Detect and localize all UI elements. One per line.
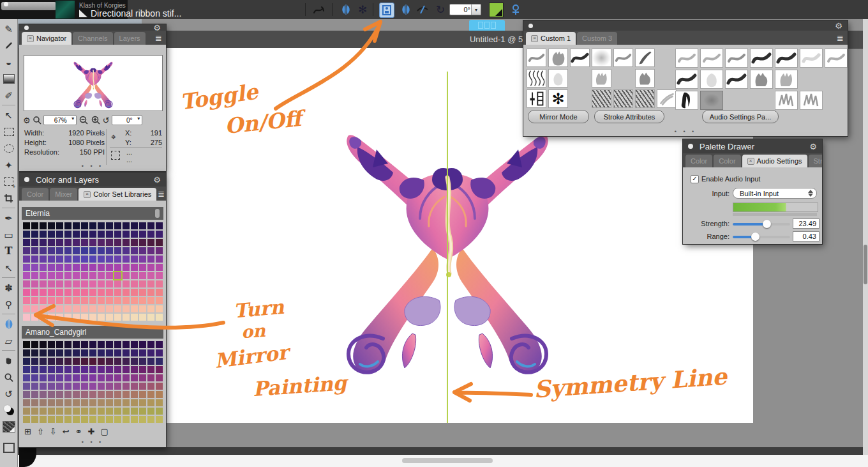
close-icon[interactable]: × bbox=[84, 191, 91, 198]
color-swatch[interactable] bbox=[89, 416, 96, 423]
stepper-icon[interactable] bbox=[808, 190, 813, 197]
color-swatch[interactable] bbox=[23, 416, 30, 423]
color-swatch[interactable] bbox=[56, 366, 63, 373]
transform-tool[interactable] bbox=[1, 173, 17, 190]
brush-thumbnail-waveGhost[interactable] bbox=[800, 49, 823, 68]
color-swatch[interactable] bbox=[81, 289, 88, 296]
color-swatch[interactable] bbox=[73, 239, 80, 246]
color-swatch[interactable] bbox=[139, 231, 146, 238]
color-swatch[interactable] bbox=[147, 341, 154, 348]
audio-settings-button[interactable]: Audio Settings Pa... bbox=[702, 110, 779, 123]
color-swatch[interactable] bbox=[48, 374, 55, 381]
tab-color-set-libraries[interactable]: ×Color Set Libraries bbox=[79, 188, 156, 201]
color-swatch[interactable] bbox=[31, 391, 38, 398]
color-swatch[interactable] bbox=[114, 391, 121, 398]
brush-thumbnail-ghost[interactable] bbox=[700, 70, 723, 89]
color-swatch[interactable] bbox=[48, 383, 55, 390]
brush-thumbnail-waveL[interactable] bbox=[700, 49, 723, 68]
gear-icon[interactable]: ⚙ bbox=[153, 175, 161, 185]
color-swatch[interactable] bbox=[147, 358, 154, 365]
color-swatch[interactable] bbox=[147, 256, 154, 263]
color-swatch[interactable] bbox=[40, 231, 47, 238]
color-swatch[interactable] bbox=[131, 239, 138, 246]
color-swatch[interactable] bbox=[73, 297, 80, 304]
brush-thumbnail-stripes[interactable] bbox=[613, 89, 633, 108]
color-swatch[interactable] bbox=[40, 349, 47, 356]
color-swatch[interactable] bbox=[106, 349, 113, 356]
color-swatch[interactable] bbox=[156, 272, 163, 279]
new-color-set-icon[interactable]: ⊞ bbox=[24, 427, 31, 436]
color-swatch[interactable] bbox=[131, 272, 138, 279]
color-swatch[interactable] bbox=[40, 416, 47, 423]
color-swatch[interactable] bbox=[123, 349, 130, 356]
zoom-level-field[interactable]: 67%▼ bbox=[43, 115, 77, 125]
gear-icon[interactable]: ⚙ bbox=[809, 142, 817, 151]
restore-color-set-icon[interactable]: ↩ bbox=[63, 427, 70, 436]
perspective-tool[interactable]: ▱ bbox=[1, 332, 17, 349]
color-swatch[interactable] bbox=[31, 341, 38, 348]
color-swatch[interactable] bbox=[40, 297, 47, 304]
color-swatch[interactable] bbox=[23, 314, 30, 321]
color-swatch[interactable] bbox=[139, 239, 146, 246]
color-swatch[interactable] bbox=[40, 247, 47, 254]
brush-thumbnail-spiky2[interactable] bbox=[775, 91, 798, 110]
color-swatch[interactable] bbox=[73, 314, 80, 321]
color-swatch[interactable] bbox=[81, 256, 88, 263]
color-swatch[interactable] bbox=[139, 399, 146, 406]
color-swatch[interactable] bbox=[48, 247, 55, 254]
zoom-in-icon[interactable] bbox=[91, 116, 101, 125]
gear-icon[interactable]: ⚙ bbox=[835, 21, 842, 31]
color-swatch[interactable] bbox=[131, 341, 138, 348]
color-swatch[interactable] bbox=[81, 416, 88, 423]
brush-thumbnail-feather[interactable] bbox=[635, 49, 655, 67]
color-swatch[interactable] bbox=[139, 305, 146, 312]
color-swatch[interactable] bbox=[156, 416, 163, 423]
color-swatch[interactable] bbox=[56, 231, 63, 238]
delete-swatch-icon[interactable]: ▢ bbox=[100, 427, 108, 436]
color-swatch[interactable] bbox=[98, 264, 105, 271]
color-swatch[interactable] bbox=[156, 231, 163, 238]
color-swatch[interactable] bbox=[139, 374, 146, 381]
color-swatch[interactable] bbox=[23, 280, 30, 287]
color-swatch[interactable] bbox=[73, 305, 80, 312]
color-swatch[interactable] bbox=[147, 247, 154, 254]
color-swatch[interactable] bbox=[131, 416, 138, 423]
color-swatch[interactable] bbox=[40, 256, 47, 263]
color-swatch[interactable] bbox=[56, 399, 63, 406]
color-swatch[interactable] bbox=[114, 256, 121, 263]
color-swatch[interactable] bbox=[131, 231, 138, 238]
stroke-attributes-button[interactable]: Stroke Attributes bbox=[594, 110, 664, 123]
color-swatch[interactable] bbox=[56, 349, 63, 356]
color-swatch[interactable] bbox=[106, 289, 113, 296]
color-swatch[interactable] bbox=[56, 383, 63, 390]
color-swatch[interactable] bbox=[106, 358, 113, 365]
color-set-header[interactable]: Eternia bbox=[22, 207, 163, 220]
color-swatch[interactable] bbox=[106, 264, 113, 271]
color-swatch[interactable] bbox=[106, 305, 113, 312]
color-swatch[interactable] bbox=[64, 289, 71, 296]
color-swatch[interactable] bbox=[40, 222, 47, 229]
color-swatch[interactable] bbox=[106, 366, 113, 373]
color-swatch[interactable] bbox=[73, 358, 80, 365]
color-swatch[interactable] bbox=[48, 289, 55, 296]
main-color-wheel[interactable] bbox=[1, 402, 17, 418]
horizontal-scrollbar-thumb[interactable] bbox=[402, 458, 493, 463]
color-swatch[interactable] bbox=[156, 256, 163, 263]
tab-channels[interactable]: Channels bbox=[73, 32, 112, 45]
color-swatch[interactable] bbox=[64, 416, 71, 423]
color-swatch[interactable] bbox=[106, 341, 113, 348]
panel-menu-icon[interactable]: ≣ bbox=[155, 33, 162, 43]
color-swatch[interactable] bbox=[40, 358, 47, 365]
color-swatch[interactable] bbox=[89, 408, 96, 415]
brush-thumbnail-wave[interactable] bbox=[725, 49, 748, 68]
color-swatch[interactable] bbox=[89, 231, 96, 238]
color-swatch[interactable] bbox=[73, 289, 80, 296]
color-swatch[interactable] bbox=[23, 374, 30, 381]
color-swatch[interactable] bbox=[48, 341, 55, 348]
color-swatch[interactable] bbox=[48, 366, 55, 373]
tab-stroke[interactable]: Stroke bbox=[809, 155, 822, 167]
color-swatch[interactable] bbox=[89, 366, 96, 373]
color-swatch[interactable] bbox=[98, 305, 105, 312]
color-swatch[interactable] bbox=[123, 239, 130, 246]
color-swatch[interactable] bbox=[64, 239, 71, 246]
